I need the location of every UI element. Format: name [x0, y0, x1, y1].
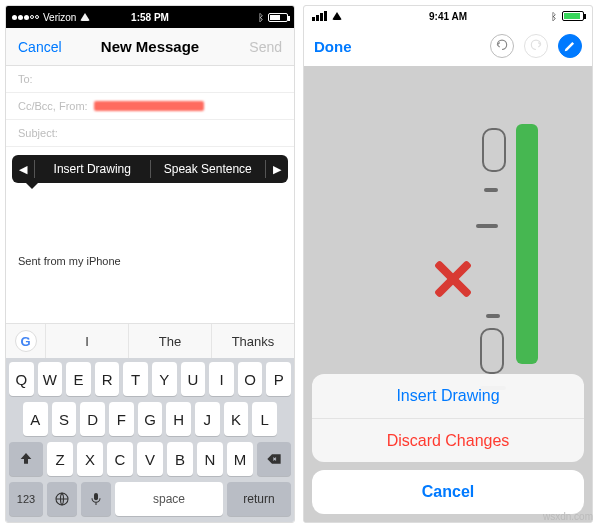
key-return[interactable]: return — [227, 482, 291, 516]
key-m[interactable]: M — [227, 442, 253, 476]
status-bar: Verizon 1:58 PM ᛒ — [6, 6, 294, 28]
prediction-3[interactable]: Thanks — [212, 324, 294, 358]
subject-field[interactable]: Subject: — [6, 120, 294, 147]
key-h[interactable]: H — [166, 402, 191, 436]
red-x-mark — [430, 256, 476, 302]
key-i[interactable]: I — [209, 362, 234, 396]
ccbcc-from-field[interactable]: Cc/Bcc, From: — [6, 93, 294, 120]
globe-icon — [54, 491, 70, 507]
key-u[interactable]: U — [181, 362, 206, 396]
status-time: 1:58 PM — [6, 12, 294, 23]
key-globe[interactable] — [47, 482, 77, 516]
google-search-button[interactable]: G — [6, 324, 46, 358]
green-highlighter-stroke — [516, 124, 538, 364]
key-b[interactable]: B — [167, 442, 193, 476]
key-x[interactable]: X — [77, 442, 103, 476]
battery-icon — [268, 13, 288, 22]
key-row-2: A S D F G H J K L — [9, 402, 291, 436]
done-button[interactable]: Done — [314, 38, 352, 55]
signature-text: Sent from my iPhone — [18, 255, 121, 267]
key-t[interactable]: T — [123, 362, 148, 396]
key-k[interactable]: K — [224, 402, 249, 436]
redo-button[interactable] — [524, 34, 548, 58]
key-space[interactable]: space — [115, 482, 223, 516]
pen-icon — [563, 39, 577, 53]
shift-icon — [18, 451, 34, 467]
action-discard-changes[interactable]: Discard Changes — [312, 418, 584, 462]
ccbcc-from-label: Cc/Bcc, From: — [18, 100, 88, 112]
key-v[interactable]: V — [137, 442, 163, 476]
key-backspace[interactable] — [257, 442, 291, 476]
callout-speak-sentence[interactable]: Speak Sentence — [151, 162, 266, 176]
key-g[interactable]: G — [138, 402, 163, 436]
pencil-dash-1 — [484, 188, 498, 192]
key-r[interactable]: R — [95, 362, 120, 396]
undo-icon — [495, 39, 509, 53]
google-g-icon: G — [15, 330, 37, 352]
keyboard: G I The Thanks Q W E R T Y U I O P A S D — [6, 323, 294, 522]
key-row-1: Q W E R T Y U I O P — [9, 362, 291, 396]
message-body[interactable]: To find the tre hav to start at the X on… — [6, 147, 294, 281]
battery-icon — [562, 11, 584, 21]
key-q[interactable]: Q — [9, 362, 34, 396]
pencil-oval-1 — [482, 128, 506, 172]
action-sheet: Insert Drawing Discard Changes Cancel — [312, 374, 584, 514]
key-d[interactable]: D — [80, 402, 105, 436]
key-j[interactable]: J — [195, 402, 220, 436]
nav-bar: Cancel New Message Send — [6, 28, 294, 66]
backspace-icon — [266, 451, 282, 467]
callout-next-button[interactable]: ▶ — [266, 163, 288, 176]
phone-mail-compose: Verizon 1:58 PM ᛒ Cancel New Message Sen… — [5, 5, 295, 523]
key-a[interactable]: A — [23, 402, 48, 436]
prediction-bar: G I The Thanks — [6, 324, 294, 358]
key-row-3: Z X C V B N M — [9, 442, 291, 476]
key-y[interactable]: Y — [152, 362, 177, 396]
key-o[interactable]: O — [238, 362, 263, 396]
action-cancel[interactable]: Cancel — [312, 470, 584, 514]
phone-drawing-editor: 9:41 AM ᛒ Done Inse — [303, 5, 593, 523]
body-whitespace[interactable] — [6, 281, 294, 323]
key-shift[interactable] — [9, 442, 43, 476]
pencil-dash-3 — [486, 314, 500, 318]
status-bar: 9:41 AM ᛒ — [304, 6, 592, 26]
markup-pen-button[interactable] — [558, 34, 582, 58]
key-f[interactable]: F — [109, 402, 134, 436]
drawing-nav-bar: Done — [304, 26, 592, 66]
key-z[interactable]: Z — [47, 442, 73, 476]
key-s[interactable]: S — [52, 402, 77, 436]
mic-icon — [88, 491, 104, 507]
key-w[interactable]: W — [38, 362, 63, 396]
redo-icon — [529, 39, 543, 53]
key-l[interactable]: L — [252, 402, 277, 436]
edit-menu-callout: ◀ Insert Drawing Speak Sentence ▶ — [12, 155, 288, 183]
source-watermark: wsxdn.com — [543, 511, 593, 522]
callout-prev-button[interactable]: ◀ — [12, 163, 34, 176]
to-field[interactable]: To: — [6, 66, 294, 93]
key-row-4: 123 space return — [9, 482, 291, 516]
key-e[interactable]: E — [66, 362, 91, 396]
callout-insert-drawing[interactable]: Insert Drawing — [35, 162, 150, 176]
undo-button[interactable] — [490, 34, 514, 58]
action-sheet-group: Insert Drawing Discard Changes — [312, 374, 584, 462]
to-label: To: — [18, 73, 33, 85]
svg-rect-1 — [94, 493, 98, 500]
key-numbers[interactable]: 123 — [9, 482, 43, 516]
subject-label: Subject: — [18, 127, 58, 139]
key-mic[interactable] — [81, 482, 111, 516]
from-address-redacted — [94, 101, 204, 111]
key-c[interactable]: C — [107, 442, 133, 476]
nav-title: New Message — [6, 38, 294, 55]
pencil-dash-2 — [476, 224, 498, 228]
drawing-canvas[interactable]: Insert Drawing Discard Changes Cancel — [304, 66, 592, 522]
pencil-oval-2 — [480, 328, 504, 374]
prediction-1[interactable]: I — [46, 324, 129, 358]
key-n[interactable]: N — [197, 442, 223, 476]
key-p[interactable]: P — [266, 362, 291, 396]
status-time: 9:41 AM — [304, 11, 592, 22]
action-insert-drawing[interactable]: Insert Drawing — [312, 374, 584, 418]
prediction-2[interactable]: The — [129, 324, 212, 358]
